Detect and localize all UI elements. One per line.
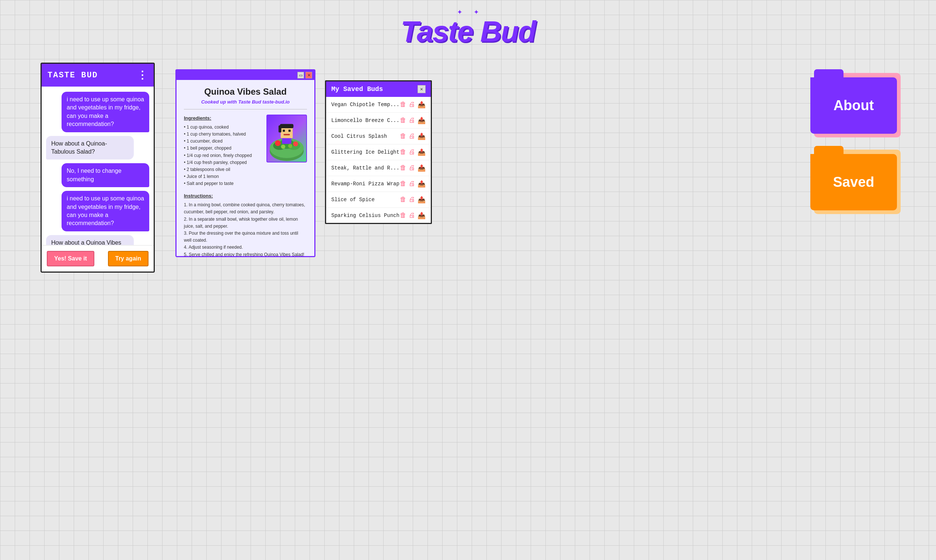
- share-icon-7[interactable]: 📤: [417, 195, 426, 204]
- saved-item-7-actions: 🗑 🖨 📤: [400, 195, 426, 204]
- saved-item-1: Vegan Chipotle Temp... 🗑 🖨 📤: [326, 97, 431, 113]
- trash-icon-3[interactable]: 🗑: [400, 132, 406, 140]
- chat-message-3: No, I need to change something: [62, 163, 149, 187]
- share-icon-1[interactable]: 📤: [417, 101, 426, 109]
- instruction-1: 1. In a mixing bowl, combine cooked quin…: [184, 202, 307, 215]
- ingredient-7: • 2 tablespoons olive oil: [184, 166, 261, 173]
- recipe-body: Ingredients: • 1 cup quinoa, cooked • 1 …: [184, 115, 307, 187]
- svg-rect-16: [282, 138, 291, 144]
- chat-messages: i need to use up some quinoa and vegetab…: [42, 86, 154, 245]
- saved-item-2: Limoncello Breeze C... 🗑 🖨 📤: [326, 113, 431, 129]
- trash-icon-8[interactable]: 🗑: [400, 211, 406, 220]
- instruction-2: 2. In a separate small bowl, whisk toget…: [184, 216, 307, 230]
- ingredient-6: • 1/4 cup fresh parsley, chopped: [184, 159, 261, 166]
- ingredient-3: • 1 cucumber, diced: [184, 138, 261, 145]
- chat-actions: Yes! Save it Try again: [42, 245, 154, 272]
- instruction-3: 3. Pour the dressing over the quinoa mix…: [184, 230, 307, 244]
- share-icon-5[interactable]: 📤: [417, 164, 426, 172]
- svg-rect-12: [289, 130, 291, 132]
- saved-list: Vegan Chipotle Temp... 🗑 🖨 📤 Limoncello …: [326, 97, 431, 223]
- chat-message-1: i need to use up some quinoa and vegetab…: [62, 92, 149, 132]
- saved-item-7: Slice of Spice 🗑 🖨 📤: [326, 192, 431, 208]
- saved-buds-panel: My Saved Buds ✕ Vegan Chipotle Temp... 🗑…: [325, 80, 432, 224]
- recipe-minimize-button[interactable]: ▭: [297, 72, 304, 78]
- saved-folder[interactable]: Saved: [810, 146, 897, 210]
- trash-icon-7[interactable]: 🗑: [400, 195, 406, 204]
- recipe-credit-brand: Taste Bud: [238, 99, 262, 105]
- saved-header: My Saved Buds ✕: [326, 82, 431, 97]
- print-icon-4[interactable]: 🖨: [409, 148, 415, 156]
- saved-folder-label: Saved: [833, 174, 874, 190]
- recipe-ingredients: Ingredients: • 1 cup quinoa, cooked • 1 …: [184, 115, 261, 187]
- saved-item-name-8: Sparking Celsius Punch: [331, 212, 400, 218]
- share-icon-8[interactable]: 📤: [417, 211, 426, 220]
- saved-item-1-actions: 🗑 🖨 📤: [400, 101, 426, 109]
- recipe-close-button[interactable]: ✕: [305, 72, 312, 78]
- chat-panel: TASTE BUD ⋮ i need to use up some quinoa…: [40, 63, 155, 272]
- save-button[interactable]: Yes! Save it: [47, 251, 94, 266]
- recipe-instructions: Instructions: 1. In a mixing bowl, combi…: [184, 192, 307, 256]
- ingredient-1: • 1 cup quinoa, cooked: [184, 124, 261, 131]
- chat-header: TASTE BUD ⋮: [42, 64, 154, 86]
- saved-item-5: Steak, Rattle and R... 🗑 🖨 📤: [326, 160, 431, 176]
- saved-item-name-3: Cool Citrus Splash: [331, 133, 400, 139]
- about-folder-label: About: [834, 98, 874, 114]
- sparkle-left-icon: ✦: [457, 8, 462, 16]
- svg-point-6: [293, 142, 298, 146]
- print-icon-2[interactable]: 🖨: [409, 117, 415, 125]
- recipe-titlebar: ▭ ✕: [177, 70, 314, 80]
- saved-item-6: Revamp-Roni Pizza Wrap 🗑 🖨 📤: [326, 176, 431, 192]
- saved-item-6-actions: 🗑 🖨 📤: [400, 180, 426, 188]
- print-icon-7[interactable]: 🖨: [409, 195, 415, 204]
- recipe-credit-url: taste-bud.io: [262, 99, 289, 105]
- trash-icon-2[interactable]: 🗑: [400, 117, 406, 125]
- trash-icon-5[interactable]: 🗑: [400, 164, 406, 172]
- chat-message-4: i need to use up some quinoa and vegetab…: [62, 191, 149, 231]
- trash-icon-6[interactable]: 🗑: [400, 180, 406, 188]
- about-folder[interactable]: About: [810, 69, 897, 134]
- print-icon-1[interactable]: 🖨: [409, 101, 415, 109]
- print-icon-3[interactable]: 🖨: [409, 132, 415, 140]
- ingredient-4: • 1 bell pepper, chopped: [184, 145, 261, 152]
- share-icon-2[interactable]: 📤: [417, 117, 426, 125]
- ingredient-9: • Salt and pepper to taste: [184, 180, 261, 187]
- svg-point-5: [275, 140, 280, 146]
- ingredients-title: Ingredients:: [184, 115, 261, 122]
- ingredient-8: • Juice of 1 lemon: [184, 173, 261, 180]
- saved-close-button[interactable]: ✕: [417, 85, 426, 93]
- sparkle-right-icon: ✦: [474, 8, 479, 16]
- recipe-panel: ▭ ✕ Quinoa Vibes Salad Cooked up with Ta…: [176, 69, 316, 257]
- instruction-4: 4. Adjust seasoning if needed.: [184, 244, 307, 251]
- saved-item-8-actions: 🗑 🖨 📤: [400, 211, 426, 220]
- saved-item-2-actions: 🗑 🖨 📤: [400, 117, 426, 125]
- share-icon-6[interactable]: 📤: [417, 180, 426, 188]
- recipe-credit: Cooked up with Taste Bud taste-bud.io: [184, 99, 307, 105]
- saved-item-5-actions: 🗑 🖨 📤: [400, 164, 426, 172]
- recipe-image: [266, 115, 307, 163]
- recipe-character-svg: [267, 115, 306, 163]
- print-icon-5[interactable]: 🖨: [409, 164, 415, 172]
- saved-item-name-4: Glittering Ice Delight: [331, 149, 400, 155]
- print-icon-8[interactable]: 🖨: [409, 211, 415, 220]
- trash-icon-4[interactable]: 🗑: [400, 148, 406, 156]
- trash-icon-1[interactable]: 🗑: [400, 101, 406, 109]
- share-icon-4[interactable]: 📤: [417, 148, 426, 156]
- chat-menu-icon[interactable]: ⋮: [137, 69, 148, 82]
- saved-item-name-2: Limoncello Breeze C...: [331, 117, 400, 123]
- saved-item-name-5: Steak, Rattle and R...: [331, 165, 400, 171]
- svg-point-9: [288, 144, 292, 148]
- ingredient-2: • 1 cup cherry tomatoes, halved: [184, 131, 261, 138]
- svg-rect-11: [283, 130, 285, 132]
- saved-item-name-7: Slice of Spice: [331, 197, 400, 203]
- saved-item-4-actions: 🗑 🖨 📤: [400, 148, 426, 156]
- saved-item-4: Glittering Ice Delight 🗑 🖨 📤: [326, 145, 431, 160]
- app-logo: Taste Bud: [400, 15, 536, 49]
- recipe-credit-prefix: Cooked up with: [201, 99, 237, 105]
- try-again-button[interactable]: Try again: [108, 251, 148, 266]
- saved-item-8: Sparking Celsius Punch 🗑 🖨 📤: [326, 208, 431, 223]
- chat-message-5: How about a Quinoa Vibes Salad?: [46, 235, 134, 245]
- print-icon-6[interactable]: 🖨: [409, 180, 415, 188]
- share-icon-3[interactable]: 📤: [417, 132, 426, 140]
- saved-title: My Saved Buds: [331, 86, 383, 93]
- saved-item-name-6: Revamp-Roni Pizza Wrap: [331, 181, 400, 187]
